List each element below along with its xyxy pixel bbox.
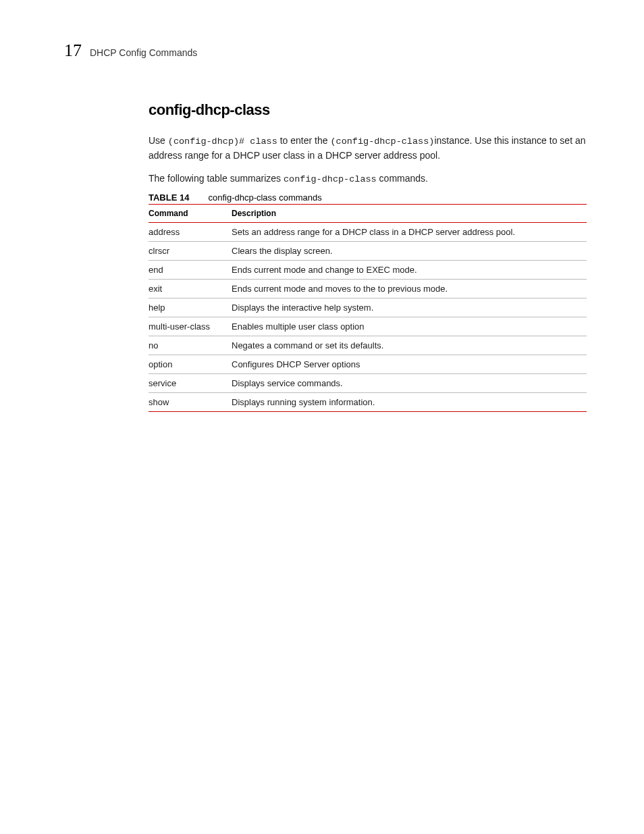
cell-command: no — [149, 336, 232, 355]
table-row: endEnds current mode and change to EXEC … — [149, 261, 587, 280]
table-row: multi-user-class Enables multiple user c… — [149, 317, 587, 336]
summary-text-post: commands. — [377, 173, 428, 184]
table-row: showDisplays running system information. — [149, 393, 587, 412]
cell-command: exit — [149, 280, 232, 298]
intro-text-mid: to enter the — [277, 135, 331, 146]
table-row: clrscrClears the display screen. — [149, 242, 587, 261]
intro-mono-2: (config-dhcp-class) — [330, 136, 434, 147]
cell-description: Enables multiple user class option — [232, 317, 587, 336]
summary-paragraph: The following table summarizes config-dh… — [149, 172, 587, 186]
cell-command: service — [149, 374, 232, 393]
table-row: serviceDisplays service commands. — [149, 374, 587, 393]
cell-description: Displays running system information. — [232, 393, 587, 412]
summary-mono: config-dhcp-class — [284, 174, 377, 184]
cell-command: help — [149, 298, 232, 317]
cell-description: Displays the interactive help system. — [232, 298, 587, 317]
cell-description: Ends current mode and moves to the to pr… — [232, 280, 587, 298]
content-area: config-dhcp-class Use (config-dhcp)# cla… — [149, 101, 587, 412]
col-header-description: Description — [232, 205, 587, 223]
intro-paragraph: Use (config-dhcp)# class to enter the (c… — [149, 134, 587, 162]
cell-description: Negates a command or set its defaults. — [232, 336, 587, 355]
intro-mono-1: (config-dhcp)# class — [168, 136, 277, 147]
table-caption-text: config-dhcp-class commands — [208, 192, 321, 203]
cell-command: end — [149, 261, 232, 280]
table-row: optionConfigures DHCP Server options — [149, 355, 587, 374]
table-caption: TABLE 14config-dhcp-class commands — [149, 192, 587, 203]
cell-command: show — [149, 393, 232, 412]
cell-command: option — [149, 355, 232, 374]
cell-description: Clears the display screen. — [232, 242, 587, 261]
cell-description: Sets an address range for a DHCP class i… — [232, 223, 587, 242]
cell-command: clrscr — [149, 242, 232, 261]
page-header: 17 DHCP Config Commands — [64, 41, 587, 61]
cell-description: Ends current mode and change to EXEC mod… — [232, 261, 587, 280]
page-number: 17 — [64, 41, 82, 61]
cell-description: Displays service commands. — [232, 374, 587, 393]
commands-table: Command Description addressSets an addre… — [149, 204, 587, 412]
section-heading: config-dhcp-class — [149, 101, 587, 119]
header-title: DHCP Config Commands — [90, 47, 197, 58]
table-row: exitEnds current mode and moves to the t… — [149, 280, 587, 298]
cell-command: address — [149, 223, 232, 242]
intro-text-pre: Use — [149, 135, 168, 146]
summary-text-pre: The following table summarizes — [149, 173, 284, 184]
table-row: noNegates a command or set its defaults. — [149, 336, 587, 355]
cell-description: Configures DHCP Server options — [232, 355, 587, 374]
table-header-row: Command Description — [149, 205, 587, 223]
table-row: helpDisplays the interactive help system… — [149, 298, 587, 317]
table-label: TABLE 14 — [149, 192, 189, 203]
col-header-command: Command — [149, 205, 232, 223]
cell-command: multi-user-class — [149, 317, 232, 336]
table-row: addressSets an address range for a DHCP … — [149, 223, 587, 242]
